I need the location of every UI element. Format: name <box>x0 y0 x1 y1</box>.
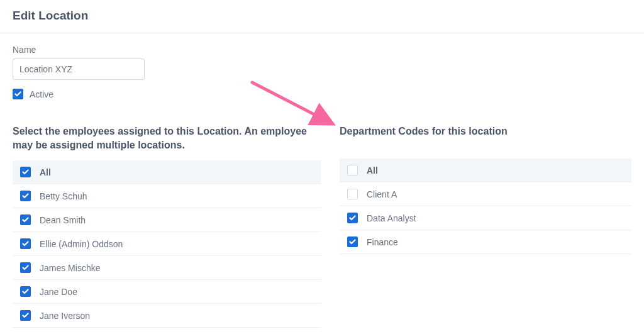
list-item-label: Jane Iverson <box>40 311 90 321</box>
list-item[interactable]: Data Analyst <box>340 206 631 230</box>
departments-heading: Department Codes for this location <box>340 125 631 150</box>
employees-list-item-4-checkbox[interactable] <box>20 262 31 273</box>
employees-heading: Select the employees assigned to this Lo… <box>13 125 321 152</box>
page-title: Edit Location <box>0 0 644 33</box>
employees-list-item-2-checkbox[interactable] <box>20 214 31 225</box>
list-item[interactable]: Dean Smith <box>13 208 321 232</box>
departments-list-item-1-checkbox[interactable] <box>347 189 358 199</box>
employees-list-item-5-checkbox[interactable] <box>20 286 31 297</box>
list-item[interactable]: Client A <box>340 182 631 206</box>
active-label: Active <box>30 89 53 99</box>
list-item[interactable]: James Mischke <box>13 256 321 280</box>
list-item[interactable]: Finance <box>340 230 631 254</box>
employees-list: AllBetty SchuhDean SmithEllie (Admin) Od… <box>13 160 321 334</box>
list-item[interactable]: Jane Iverson <box>13 304 321 328</box>
departments-list-item-2-checkbox[interactable] <box>347 213 358 223</box>
employees-list-item-3-checkbox[interactable] <box>20 238 31 249</box>
departments-list: AllClient AData AnalystFinance <box>340 159 631 254</box>
list-item-label: All <box>367 165 378 175</box>
active-checkbox[interactable] <box>13 89 23 99</box>
list-item-label: All <box>40 167 51 177</box>
list-item[interactable]: Jane Doe <box>13 280 321 304</box>
list-item-label: Dean Smith <box>40 215 86 225</box>
list-item[interactable]: John Doe <box>13 328 321 334</box>
list-item[interactable]: All <box>13 160 321 184</box>
list-item-label: Finance <box>367 237 398 247</box>
list-item-label: Data Analyst <box>367 213 416 223</box>
employees-list-item-1-checkbox[interactable] <box>20 191 31 201</box>
list-item[interactable]: Ellie (Admin) Oddson <box>13 232 321 256</box>
name-label: Name <box>13 45 631 55</box>
list-item-label: Betty Schuh <box>40 191 87 201</box>
header-divider <box>0 33 644 33</box>
list-item-label: James Mischke <box>40 263 100 273</box>
list-item[interactable]: Betty Schuh <box>13 184 321 208</box>
departments-list-item-0-checkbox[interactable] <box>347 165 358 175</box>
employees-list-item-6-checkbox[interactable] <box>20 310 31 321</box>
list-item-label: Client A <box>367 189 397 199</box>
departments-list-item-3-checkbox[interactable] <box>347 237 358 247</box>
employees-list-item-0-checkbox[interactable] <box>20 167 31 177</box>
list-item-label: Ellie (Admin) Oddson <box>40 239 123 249</box>
list-item-label: Jane Doe <box>40 287 77 297</box>
name-input[interactable] <box>13 58 145 80</box>
list-item[interactable]: All <box>340 159 631 182</box>
